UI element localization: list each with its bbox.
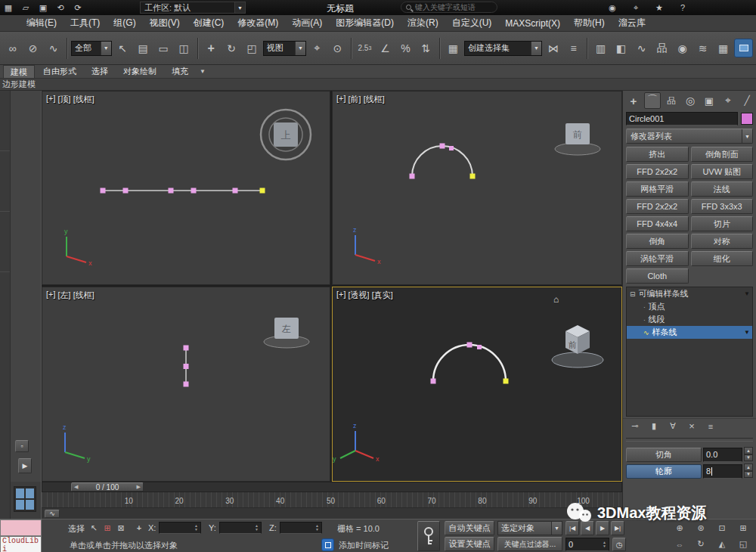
viewport-perspective[interactable]: [+] [透视] [真实] ⌂ 前 z x y: [332, 287, 622, 482]
snap-toggle-icon[interactable]: 2.53: [355, 39, 374, 57]
app-menu-icon[interactable]: ▦: [2, 2, 14, 14]
selection-filter-dropdown[interactable]: 全部 ▼: [71, 41, 112, 56]
select-and-manipulate-icon[interactable]: ⊙: [328, 39, 347, 57]
schematic-view-icon[interactable]: 品: [652, 39, 671, 57]
viewport-top[interactable]: [+] [顶] [线框] 上 y x: [42, 91, 330, 285]
modifier-button[interactable]: 挤出: [626, 147, 689, 162]
modifier-button[interactable]: 涡轮平滑: [626, 251, 689, 266]
vertex-handle[interactable]: [101, 188, 106, 194]
modifier-button[interactable]: 对称: [691, 234, 754, 249]
panel-splitter[interactable]: [626, 438, 753, 442]
chamfer-button[interactable]: 切角: [626, 448, 702, 462]
viewport-shading-button[interactable]: [线框]: [73, 94, 94, 105]
vertex-handle[interactable]: [449, 146, 454, 150]
mirror-icon[interactable]: ⋈: [544, 39, 562, 57]
ribbon-panel-label[interactable]: 边形建模: [2, 79, 36, 90]
vertex-handle-selected[interactable]: [470, 174, 476, 179]
remove-modifier-icon[interactable]: ×: [686, 420, 698, 433]
show-end-result-icon[interactable]: ▮: [648, 420, 660, 433]
stack-subobject-spline[interactable]: ∿ 样条线 ▼: [627, 326, 752, 339]
window-crossing-icon[interactable]: ◫: [175, 39, 194, 57]
set-key-mode-button[interactable]: 设置关键点: [445, 537, 494, 551]
modifier-button[interactable]: Cloth: [626, 268, 689, 284]
vertex-handle[interactable]: [184, 364, 189, 369]
spline-arc[interactable]: [433, 345, 506, 381]
outline-button[interactable]: 轮廓: [626, 464, 702, 479]
spin-down-icon[interactable]: ▼: [744, 471, 753, 479]
chamfer-spinner[interactable]: ▲▼: [744, 447, 753, 461]
chevron-down-icon[interactable]: ▼: [531, 42, 541, 55]
modifier-button[interactable]: 法线: [691, 181, 754, 197]
cursor-select-icon[interactable]: ↖: [88, 522, 100, 534]
viewport-menu-button[interactable]: [+]: [46, 94, 56, 105]
modifier-button[interactable]: 倒角: [626, 234, 689, 249]
viewport-view-button[interactable]: [前]: [349, 94, 361, 105]
collapse-minus-icon[interactable]: ⊟: [630, 290, 636, 298]
vertex-handle[interactable]: [467, 343, 472, 348]
ribbon-tab-freeform[interactable]: 自由形式: [36, 65, 83, 78]
viewport-shading-button[interactable]: [真实]: [372, 290, 393, 301]
utilities-tab-icon[interactable]: ⌖: [720, 92, 736, 109]
vertex-handle[interactable]: [169, 188, 174, 194]
spin-up-icon[interactable]: ▲: [744, 464, 753, 471]
user-account-icon[interactable]: ◉: [606, 2, 618, 14]
configure-modifier-sets-icon[interactable]: ≡: [705, 420, 717, 433]
viewport-layout-tab-bar[interactable]: [11, 482, 42, 519]
modifier-button[interactable]: FFD 2x2x2: [626, 199, 689, 214]
unlink-selection-icon[interactable]: ⊘: [23, 39, 42, 57]
ribbon-toggle-icon[interactable]: ◧: [612, 39, 631, 57]
reference-coordsys-dropdown[interactable]: 视图 ▼: [263, 41, 306, 56]
menu-rendering[interactable]: 渲染(R): [401, 15, 445, 32]
select-object-icon[interactable]: ↖: [113, 39, 132, 57]
menu-tools[interactable]: 工具(T): [64, 15, 107, 32]
time-slider-track[interactable]: ◀ 0 / 100 ▶: [42, 482, 622, 492]
object-color-swatch[interactable]: [741, 113, 753, 125]
vertex-handle[interactable]: [184, 346, 189, 351]
chevron-down-icon[interactable]: ▼: [742, 129, 752, 143]
auto-key-button[interactable]: 自动关键点: [445, 521, 494, 535]
add-time-tag-label[interactable]: 添加时间标记: [339, 540, 389, 551]
next-frame-icon[interactable]: ▶: [137, 484, 141, 490]
menu-help[interactable]: 帮助(H): [567, 15, 612, 32]
viewport-menu-button[interactable]: [+]: [46, 290, 56, 301]
mini-toolbox-icon[interactable]: ▫: [15, 440, 29, 452]
spinner-icon[interactable]: ▲▼: [194, 524, 198, 532]
spinner-icon[interactable]: ▲▼: [603, 541, 606, 548]
modifier-button[interactable]: 网格平滑: [626, 181, 689, 197]
menu-modifiers[interactable]: 修改器(M): [231, 15, 285, 32]
viewport-canvas[interactable]: 左 z y: [42, 287, 330, 482]
chevron-down-icon[interactable]: ▼: [295, 42, 305, 55]
absolute-mode-icon[interactable]: +: [133, 522, 145, 534]
save-icon[interactable]: ▣: [37, 2, 49, 14]
stack-root-item[interactable]: ⊟ 可编辑样条线 ▼: [627, 287, 752, 300]
angle-snap-icon[interactable]: ∠: [376, 39, 395, 57]
viewport-canvas[interactable]: 前 z x: [333, 91, 622, 285]
spline-arc[interactable]: [412, 146, 472, 176]
render-production-icon[interactable]: [734, 39, 753, 57]
ribbon-tab-populate[interactable]: 填充: [165, 65, 195, 78]
redo-icon[interactable]: ⟳: [72, 2, 84, 14]
modifier-button[interactable]: FFD 3x3x3: [691, 199, 754, 214]
use-pivot-center-icon[interactable]: ⌖: [308, 39, 327, 57]
pin-stack-icon[interactable]: ⊸: [629, 420, 641, 433]
menu-liuyunku[interactable]: 溜云库: [612, 15, 652, 32]
bind-to-spacewarp-icon[interactable]: ∿: [44, 39, 63, 57]
viewport-canvas[interactable]: ⌂ 前 z x y: [333, 287, 622, 482]
named-selection-set-dropdown[interactable]: 创建选择集 ▼: [464, 41, 542, 56]
zoom-extents-icon[interactable]: ⊡: [712, 521, 732, 535]
modifier-button[interactable]: 切片: [691, 216, 754, 231]
outline-spinner[interactable]: ▲▼: [744, 464, 753, 478]
help-icon[interactable]: ?: [677, 2, 689, 14]
select-and-link-icon[interactable]: ∞: [3, 39, 22, 57]
hierarchy-tab-icon[interactable]: 品: [663, 92, 680, 109]
mini-curve-editor-icon[interactable]: ∿: [45, 510, 60, 518]
material-editor-icon[interactable]: ◉: [673, 39, 692, 57]
menu-create[interactable]: 创建(C): [187, 15, 231, 32]
layer-manager-icon[interactable]: ▥: [591, 39, 610, 57]
viewport-layout-grid-icon[interactable]: [14, 486, 36, 512]
stack-subobject-vertex[interactable]: ∙ 顶点: [627, 300, 752, 313]
z-coord-field[interactable]: ▲▼: [280, 522, 322, 534]
add-time-tag-icon[interactable]: [321, 538, 334, 551]
viewport-front[interactable]: [+] [前] [线框] 前 z x: [332, 91, 622, 285]
pencil-edit-icon[interactable]: ╱: [739, 92, 755, 109]
